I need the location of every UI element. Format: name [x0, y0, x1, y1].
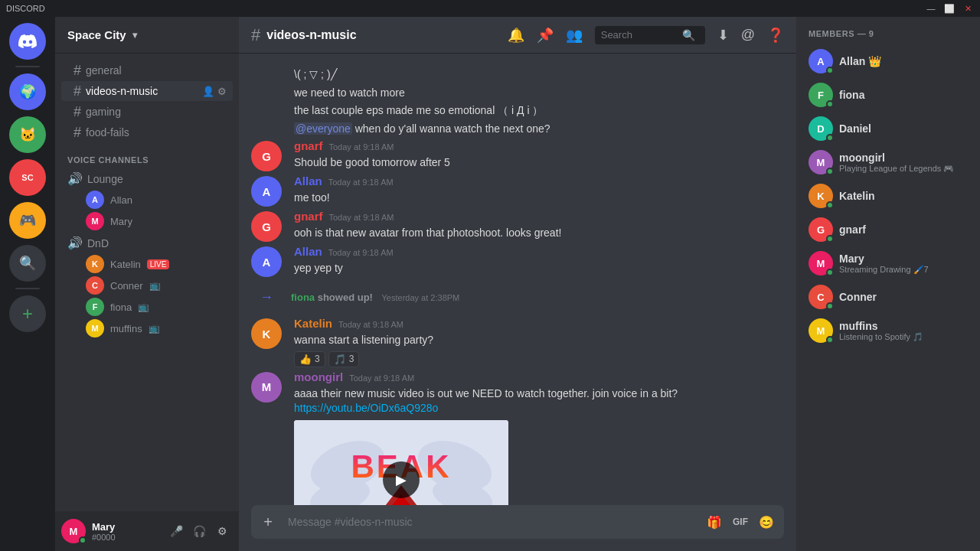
message-input[interactable]	[288, 505, 700, 539]
channel-item-gaming[interactable]: # gaming	[61, 102, 233, 122]
pin-icon[interactable]: 📌	[537, 27, 554, 44]
join-arrow-icon: →	[251, 282, 282, 312]
close-button[interactable]: ✕	[962, 4, 974, 14]
author-moongirl[interactable]: moongirl	[294, 370, 343, 383]
members-list-icon[interactable]: 👥	[566, 27, 583, 44]
mention-everyone: @everyone	[294, 122, 352, 135]
voice-member-katelin[interactable]: K Katelin LIVE	[83, 253, 233, 275]
member-item-allan[interactable]: A Allan 👑	[802, 44, 974, 78]
dnd-members: K Katelin LIVE C Conner 📺 F fiona 📺	[61, 253, 233, 339]
attach-button[interactable]: +	[251, 505, 285, 539]
play-button[interactable]: ▶	[383, 461, 420, 498]
server-icon-2[interactable]: 🐱	[9, 116, 46, 153]
voice-member-name-fiona: fiona	[110, 302, 132, 313]
member-item-conner[interactable]: C Conner	[802, 280, 974, 314]
author-gnarf-2[interactable]: gnarf	[294, 210, 323, 223]
help-icon[interactable]: ❓	[767, 27, 784, 44]
reaction-music[interactable]: 🎵 3	[328, 351, 360, 367]
music-count: 3	[349, 354, 354, 364]
gif-button[interactable]: GIF	[729, 510, 752, 533]
video-thumbnail: BEAK	[294, 420, 508, 505]
member-item-fiona[interactable]: F fiona	[802, 78, 974, 112]
server-icon-space-city[interactable]: SC	[9, 159, 46, 196]
server-icon-4[interactable]: 🎮	[9, 202, 46, 239]
search-input[interactable]	[601, 29, 678, 41]
server-icon-1[interactable]: 🌍	[9, 73, 46, 110]
join-author-fiona[interactable]: fiona	[291, 292, 315, 303]
author-gnarf[interactable]: gnarf	[294, 139, 323, 152]
mute-button[interactable]: 🎤	[165, 520, 187, 542]
member-item-muffins[interactable]: M muffins Listening to Spotify 🎵	[802, 314, 974, 347]
user-panel: M Mary #0000 🎤 🎧 ⚙	[55, 511, 239, 551]
channel-hash-icon: #	[251, 25, 260, 45]
author-allan-2[interactable]: Allan	[294, 245, 322, 258]
voice-channel-dnd-header[interactable]: 🔊 DnD	[61, 233, 233, 253]
maximize-button[interactable]: ⬜	[943, 4, 956, 14]
server-header[interactable]: Space City ▾	[55, 17, 239, 54]
minimize-button[interactable]: —	[925, 4, 937, 14]
member-avatar-katelin: K	[808, 184, 833, 208]
member-item-gnarf[interactable]: G gnarf	[802, 213, 974, 246]
member-item-moongirl[interactable]: M moongirl Playing League of Legends 🎮	[802, 145, 974, 179]
search-icon: 🔍	[682, 29, 695, 41]
video-link[interactable]: https://youtu.be/OiDx6aQ928o	[294, 402, 438, 414]
voice-channel-lounge-header[interactable]: 🔊 Lounge	[61, 168, 233, 189]
gift-button[interactable]: 🎁	[703, 510, 726, 533]
reaction-thumbsup[interactable]: 👍 3	[294, 351, 325, 367]
discord-home-button[interactable]	[9, 23, 46, 60]
voice-category-label: VOICE CHANNELS	[67, 155, 149, 165]
notification-bell-icon[interactable]: 🔔	[508, 27, 524, 44]
message-header-gnarf-2: gnarf Today at 9:18 AM	[294, 210, 784, 223]
voice-member-avatar-katelin: K	[86, 255, 104, 273]
download-icon[interactable]: ⬇	[717, 27, 729, 44]
channel-item-general[interactable]: # general	[61, 60, 233, 80]
channel-item-videos-n-music[interactable]: # videos-n-music 👤 ⚙	[61, 81, 233, 101]
member-item-katelin[interactable]: K Katelin	[802, 179, 974, 213]
channel-item-food-fails[interactable]: # food-fails	[61, 122, 233, 142]
voice-member-mary[interactable]: M Mary	[83, 210, 233, 232]
voice-category-header[interactable]: VOICE CHANNELS	[55, 143, 239, 168]
mention-icon[interactable]: @	[741, 27, 755, 43]
video-embed[interactable]: BEAK	[294, 420, 508, 505]
member-item-daniel[interactable]: D Daniel	[802, 112, 974, 145]
deafen-button[interactable]: 🎧	[188, 520, 210, 542]
member-item-mary[interactable]: M Mary Streaming Drawing 🖌️7	[802, 246, 974, 280]
voice-member-avatar-conner: C	[86, 276, 104, 295]
title-bar: DISCORD — ⬜ ✕	[0, 0, 980, 17]
member-name-allan: Allan 👑	[839, 55, 968, 67]
window-controls[interactable]: — ⬜ ✕	[925, 4, 974, 14]
add-server-button[interactable]: +	[9, 295, 46, 332]
message-row-gnarf-2: G gnarf Today at 9:18 AM ooh is that new…	[239, 208, 796, 243]
voice-member-allan[interactable]: A Allan	[83, 189, 233, 210]
emoji-button[interactable]: 😊	[755, 510, 778, 533]
server-icon-5[interactable]: 🔍	[9, 245, 46, 282]
message-row-katelin: K Katelin Today at 9:18 AM wanna start a…	[239, 315, 796, 369]
member-avatar-gnarf: G	[808, 217, 833, 242]
message-row-allan-2: A Allan Today at 9:18 AM yep yep ty	[239, 243, 796, 279]
message-content-allan-1: Allan Today at 9:18 AM me too!	[294, 174, 784, 207]
message-input-actions: 🎁 GIF 😊	[703, 510, 781, 533]
member-name-conner: Conner	[839, 291, 968, 303]
current-user-info: Mary #0000	[92, 521, 159, 542]
member-info-muffins: muffins Listening to Spotify 🎵	[839, 320, 968, 342]
status-dot-gnarf	[826, 235, 834, 243]
message-content-gnarf-1: gnarf Today at 9:18 AM Should be good to…	[294, 139, 784, 171]
search-box[interactable]: 🔍	[595, 26, 705, 44]
speaker-icon-dnd: 🔊	[67, 236, 83, 250]
server-dropdown-icon: ▾	[132, 30, 137, 41]
timestamp-allan-2: Today at 9:18 AM	[328, 248, 394, 257]
author-allan-1[interactable]: Allan	[294, 174, 322, 187]
member-name-katelin: Katelin	[839, 190, 968, 202]
channel-sidebar: Space City ▾ # general # videos-n-music …	[55, 17, 239, 551]
current-user-avatar: M	[61, 519, 86, 543]
member-avatar-allan: A	[808, 49, 833, 73]
user-settings-button[interactable]: ⚙	[211, 520, 233, 542]
member-status-moongirl: Playing League of Legends 🎮	[839, 164, 968, 174]
member-avatar-muffins: M	[808, 318, 833, 343]
author-katelin[interactable]: Katelin	[294, 317, 332, 330]
voice-member-conner[interactable]: C Conner 📺	[83, 275, 233, 296]
settings-icon[interactable]: ⚙	[217, 86, 227, 97]
voice-member-muffins[interactable]: M muffins 📺	[83, 318, 233, 339]
voice-channel-lounge-name: Lounge	[87, 173, 123, 185]
voice-member-fiona[interactable]: F fiona 📺	[83, 296, 233, 318]
